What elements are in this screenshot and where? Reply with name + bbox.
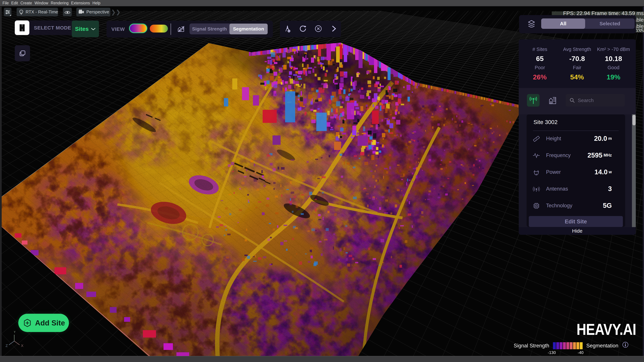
svg-text:Z: Z xyxy=(6,344,8,348)
svg-text:Y: Y xyxy=(14,331,16,334)
svg-text:X: X xyxy=(21,344,24,348)
